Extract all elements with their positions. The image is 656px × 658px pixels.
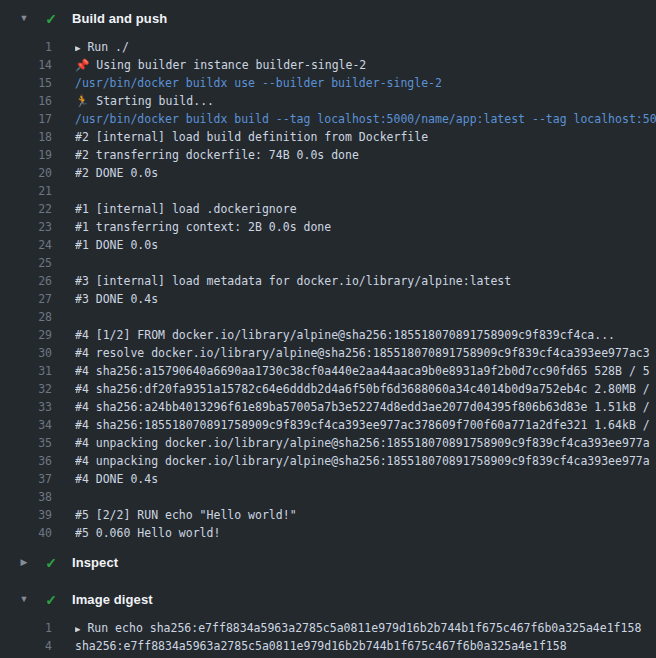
line-number[interactable]: 36: [0, 452, 52, 470]
log-line: 30#4 resolve docker.io/library/alpine@sh…: [0, 344, 656, 362]
line-number[interactable]: 16: [0, 92, 52, 110]
line-number[interactable]: 32: [0, 380, 52, 398]
chevron-right-icon[interactable]: ▶: [18, 558, 30, 567]
line-number[interactable]: 39: [0, 506, 52, 524]
chevron-down-icon[interactable]: ▼: [18, 14, 30, 23]
log-line: 4sha256:e7ff8834a5963a2785c5a0811e979d16…: [0, 637, 656, 655]
log-line: 22#1 [internal] load .dockerignore: [0, 200, 656, 218]
log-line-text: #5 [2/2] RUN echo "Hello world!": [75, 506, 297, 524]
line-number[interactable]: 38: [0, 488, 52, 506]
log-line: 23#1 transferring context: 2B 0.0s done: [0, 218, 656, 236]
log-line-text: #4 sha256:a24bb4013296f61e89ba57005a7b3e…: [75, 398, 650, 416]
log-line: 40#5 0.060 Hello world!: [0, 524, 656, 542]
chevron-down-icon[interactable]: ▼: [18, 595, 30, 604]
log-line: 36#4 unpacking docker.io/library/alpine@…: [0, 452, 656, 470]
section-title: Inspect: [72, 555, 118, 570]
line-number[interactable]: 1: [0, 38, 52, 56]
log-line-text: 🏃 Starting build...: [75, 92, 214, 110]
line-number[interactable]: 40: [0, 524, 52, 542]
actions-log-viewer: ▼✓Build and push1▶Run ./14📌 Using builde…: [0, 0, 656, 658]
log-line: 18#2 [internal] load build definition fr…: [0, 128, 656, 146]
check-icon: ✓: [43, 556, 59, 570]
line-number[interactable]: 1: [0, 619, 52, 637]
log-line-text: #4 unpacking docker.io/library/alpine@sh…: [75, 452, 650, 470]
section-header-inspect[interactable]: ▶✓Inspect: [0, 544, 656, 581]
log-line-text: #4 DONE 0.4s: [75, 470, 158, 488]
log-line-text: #3 DONE 0.4s: [75, 290, 158, 308]
line-number[interactable]: 25: [0, 254, 52, 272]
log-line-text: 📌 Using builder instance builder-single-…: [75, 56, 366, 74]
log-line: 28: [0, 308, 656, 326]
log-line-text: /usr/bin/docker buildx build --tag local…: [75, 110, 656, 128]
line-number[interactable]: 17: [0, 110, 52, 128]
log-line-text: #4 sha256:df20fa9351a15782c64e6dddb2d4a6…: [75, 380, 650, 398]
log-line: 25: [0, 254, 656, 272]
section-title: Image digest: [72, 592, 153, 607]
group-expand-icon[interactable]: ▶: [75, 624, 80, 634]
section-title: Build and push: [72, 11, 167, 26]
log-line-text: #2 DONE 0.0s: [75, 164, 158, 182]
log-block-build-and-push: 1▶Run ./14📌 Using builder instance build…: [0, 37, 656, 544]
line-number[interactable]: 27: [0, 290, 52, 308]
line-number[interactable]: 28: [0, 308, 52, 326]
log-line-text: #4 [1/2] FROM docker.io/library/alpine@s…: [75, 326, 615, 344]
line-number[interactable]: 26: [0, 272, 52, 290]
line-number[interactable]: 24: [0, 236, 52, 254]
line-number[interactable]: 21: [0, 182, 52, 200]
log-line-text: sha256:e7ff8834a5963a2785c5a0811e979d16b…: [75, 637, 567, 655]
log-line-text: #4 unpacking docker.io/library/alpine@sh…: [75, 434, 650, 452]
log-line-text: #1 DONE 0.0s: [75, 236, 158, 254]
log-line: 35#4 unpacking docker.io/library/alpine@…: [0, 434, 656, 452]
line-number[interactable]: 30: [0, 344, 52, 362]
check-icon: ✓: [43, 12, 59, 26]
log-line-text: #2 [internal] load build definition from…: [75, 128, 428, 146]
group-expand-icon[interactable]: ▶: [75, 43, 80, 53]
log-line-text: #4 sha256:185518070891758909c9f839cf4ca3…: [75, 416, 650, 434]
check-icon: ✓: [43, 593, 59, 607]
log-line: 27#3 DONE 0.4s: [0, 290, 656, 308]
line-number[interactable]: 20: [0, 164, 52, 182]
line-number[interactable]: 19: [0, 146, 52, 164]
line-number[interactable]: 18: [0, 128, 52, 146]
line-number[interactable]: 22: [0, 200, 52, 218]
log-line-text: /usr/bin/docker buildx use --builder bui…: [75, 74, 442, 92]
log-line: 38: [0, 488, 656, 506]
log-line: 24#1 DONE 0.0s: [0, 236, 656, 254]
log-block-image-digest: 1▶Run echo sha256:e7ff8834a5963a2785c5a0…: [0, 618, 656, 657]
line-number[interactable]: 23: [0, 218, 52, 236]
log-line: 32#4 sha256:df20fa9351a15782c64e6dddb2d4…: [0, 380, 656, 398]
log-line-text: #2 transferring dockerfile: 74B 0.0s don…: [75, 146, 359, 164]
log-line: 21: [0, 182, 656, 200]
log-line: 17/usr/bin/docker buildx build --tag loc…: [0, 110, 656, 128]
line-number[interactable]: 15: [0, 74, 52, 92]
section-header-image-digest[interactable]: ▼✓Image digest: [0, 581, 656, 618]
log-line-text: #3 [internal] load metadata for docker.i…: [75, 272, 511, 290]
line-number[interactable]: 33: [0, 398, 52, 416]
run-label: Run echo sha256:e7ff8834a5963a2785c5a081…: [87, 621, 641, 635]
log-line: 31#4 sha256:a15790640a6690aa1730c38cf0a4…: [0, 362, 656, 380]
log-line: 29#4 [1/2] FROM docker.io/library/alpine…: [0, 326, 656, 344]
log-line: 1▶Run echo sha256:e7ff8834a5963a2785c5a0…: [0, 619, 656, 637]
run-command-text: ▶Run ./: [75, 38, 129, 56]
line-number[interactable]: 29: [0, 326, 52, 344]
line-number[interactable]: 14: [0, 56, 52, 74]
line-number[interactable]: 37: [0, 470, 52, 488]
line-number[interactable]: 31: [0, 362, 52, 380]
log-line-text: #1 transferring context: 2B 0.0s done: [75, 218, 331, 236]
log-line: 16🏃 Starting build...: [0, 92, 656, 110]
log-line: 15/usr/bin/docker buildx use --builder b…: [0, 74, 656, 92]
line-number[interactable]: 35: [0, 434, 52, 452]
log-line: 26#3 [internal] load metadata for docker…: [0, 272, 656, 290]
log-line: 39#5 [2/2] RUN echo "Hello world!": [0, 506, 656, 524]
line-number[interactable]: 34: [0, 416, 52, 434]
log-line-text: #5 0.060 Hello world!: [75, 524, 220, 542]
run-command-text: ▶Run echo sha256:e7ff8834a5963a2785c5a08…: [75, 619, 641, 637]
line-number[interactable]: 4: [0, 637, 52, 655]
log-line-text: #1 [internal] load .dockerignore: [75, 200, 297, 218]
log-line: 33#4 sha256:a24bb4013296f61e89ba57005a7b…: [0, 398, 656, 416]
log-line: 34#4 sha256:185518070891758909c9f839cf4c…: [0, 416, 656, 434]
log-line-text: #4 resolve docker.io/library/alpine@sha2…: [75, 344, 650, 362]
log-line-text: #4 sha256:a15790640a6690aa1730c38cf0a440…: [75, 362, 650, 380]
log-line: 19#2 transferring dockerfile: 74B 0.0s d…: [0, 146, 656, 164]
section-header-build-and-push[interactable]: ▼✓Build and push: [0, 0, 656, 37]
